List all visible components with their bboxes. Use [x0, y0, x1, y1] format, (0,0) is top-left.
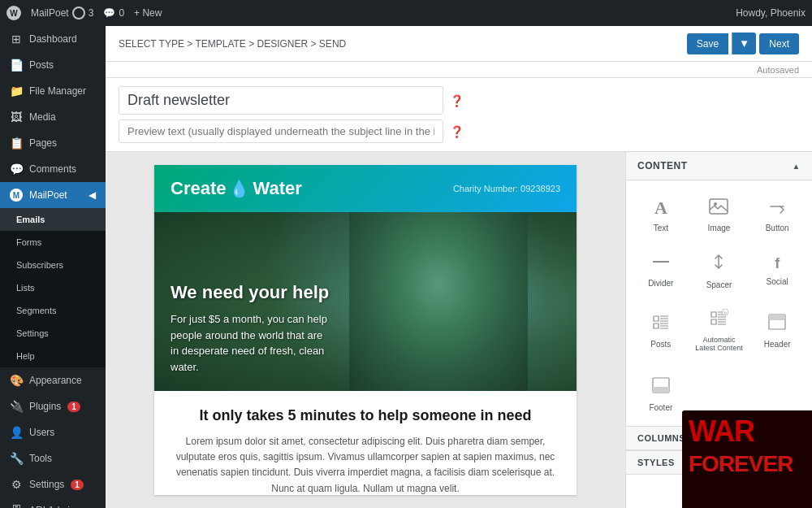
file-manager-icon: 📁 [10, 85, 23, 98]
svg-text:↻: ↻ [723, 310, 727, 315]
content-panel-header: CONTENT ▲ [626, 152, 812, 180]
subject-input[interactable] [119, 86, 443, 115]
site-name[interactable]: MailPoet 3 [31, 7, 93, 20]
sidebar-item-file-manager[interactable]: 📁 File Manager [0, 78, 106, 104]
plugins-icon: 🔌 [10, 400, 23, 413]
subject-help-icon[interactable]: ❓ [450, 94, 464, 107]
email-logo: Create 💧 Water [171, 178, 302, 199]
sidebar-item-label: Comments [29, 163, 76, 175]
sidebar-item-emails[interactable]: Emails [0, 208, 106, 231]
sidebar-settings-mp-label: Settings [16, 328, 49, 338]
sidebar-item-mailpoet[interactable]: M MailPoet ◀ [0, 182, 106, 208]
settings-icon: ⚙ [10, 478, 23, 491]
footer-block[interactable]: Footer [633, 366, 689, 419]
sidebar-item-comments[interactable]: 💬 Comments [0, 156, 106, 182]
posts-block[interactable]: Posts [633, 298, 689, 359]
button-block[interactable]: Button [749, 187, 806, 240]
comment-count: 0 [119, 7, 124, 19]
email-content-section: It only takes 5 minutes to help someone … [154, 391, 577, 508]
next-button[interactable]: Next [759, 33, 799, 54]
automatic-block-icon: ↻ [709, 309, 728, 331]
header-block-label: Header [764, 340, 791, 349]
plugins-badge: 1 [67, 402, 80, 412]
spacer-block-label: Spacer [706, 280, 732, 289]
comment-item[interactable]: 💬 0 [103, 7, 124, 19]
ari-icon: 🗄 [10, 504, 23, 508]
text-block-label: Text [654, 224, 668, 232]
image-block-label: Image [708, 224, 731, 232]
sidebar-item-forms[interactable]: Forms [0, 231, 106, 254]
social-block[interactable]: f Social [749, 241, 806, 297]
logo-text: Create [171, 178, 226, 199]
sidebar-item-lists[interactable]: Lists [0, 276, 106, 299]
sidebar-item-label: Dashboard [29, 33, 77, 45]
sidebar-item-settings-mp[interactable]: Settings [0, 322, 106, 345]
header-block-icon [767, 313, 787, 335]
sidebar-item-settings[interactable]: ⚙ Settings 1 [0, 471, 106, 497]
section-title: It only takes 5 minutes to help someone … [174, 407, 557, 424]
notif-count: 3 [89, 7, 94, 19]
sidebar-item-dashboard[interactable]: ⊞ Dashboard [0, 26, 106, 52]
spacer-block-icon [709, 252, 728, 276]
breadcrumb: SELECT TYPE > TEMPLATE > DESIGNER > SEND [119, 38, 346, 50]
email-fields: ❓ ❓ [106, 78, 812, 152]
sidebar-item-media[interactable]: 🖼 Media [0, 104, 106, 130]
footer-block-label: Footer [649, 403, 672, 412]
posts-block-label: Posts [650, 340, 671, 349]
preview-input[interactable] [119, 119, 443, 143]
sidebar-item-segments[interactable]: Segments [0, 299, 106, 322]
svg-rect-8 [653, 387, 669, 393]
sidebar-item-help[interactable]: Help [0, 345, 106, 367]
sidebar-item-label: Posts [29, 59, 54, 71]
autosaved-label: Autosaved [757, 65, 799, 75]
header-block[interactable]: Header [749, 298, 806, 359]
settings-badge: 1 [71, 480, 84, 490]
text-block[interactable]: A Text [633, 187, 689, 240]
posts-block-icon [651, 313, 671, 335]
sidebar-ari-label: ARI Adminer [29, 505, 84, 508]
content-blocks: A Text Image [626, 180, 812, 366]
wp-logo-item[interactable]: W [6, 6, 21, 20]
button-block-label: Button [766, 224, 789, 232]
header-actions: Save ▼ Next [687, 33, 799, 54]
sidebar-item-users[interactable]: 👤 Users [0, 419, 106, 445]
preview-help-icon[interactable]: ❓ [450, 125, 464, 138]
hero-body: For just $5 a month, you can help people… [171, 311, 333, 375]
image-block[interactable]: Image [691, 187, 748, 240]
pages-icon: 📋 [10, 137, 23, 150]
war-forever-overlay: WAR FOREVER [682, 410, 812, 508]
sidebar-item-pages[interactable]: 📋 Pages [0, 130, 106, 156]
sidebar-item-subscribers[interactable]: Subscribers [0, 254, 106, 276]
sidebar-segments-label: Segments [16, 306, 57, 315]
divider-block-label: Divider [648, 279, 673, 288]
sidebar-item-tools[interactable]: 🔧 Tools [0, 445, 106, 471]
sidebar-item-appearance[interactable]: 🎨 Appearance [0, 367, 106, 393]
users-icon: 👤 [10, 426, 23, 439]
sidebar-item-ari-adminer[interactable]: 🗄 ARI Adminer [0, 497, 106, 508]
sidebar: ⊞ Dashboard 📄 Posts 📁 File Manager 🖼 Med… [0, 26, 106, 508]
automatic-block[interactable]: ↻ Automatic Latest Content [691, 298, 748, 359]
new-item[interactable]: + New [134, 7, 162, 19]
mailpoet-icon: M [10, 189, 23, 202]
appearance-icon: 🎨 [10, 374, 23, 387]
divider-block-icon [651, 254, 671, 274]
email-container: Create 💧 Water Charity Number: 09238923 [154, 165, 577, 495]
divider-block[interactable]: Divider [633, 241, 689, 297]
sidebar-appearance-label: Appearance [29, 375, 82, 386]
content-chevron-icon[interactable]: ▲ [793, 162, 801, 171]
hero-text: We need your help For just $5 a month, y… [154, 266, 349, 391]
water-drop-icon: 💧 [229, 179, 249, 198]
save-dropdown-button[interactable]: ▼ [732, 33, 756, 54]
image-block-icon [709, 198, 728, 219]
section-body: Lorem ipsum dolor sit amet, consectetur … [174, 434, 557, 497]
admin-bar-circle-icon [72, 7, 85, 20]
arrow-icon: ◀ [89, 189, 96, 201]
sidebar-item-plugins[interactable]: 🔌 Plugins 1 [0, 393, 106, 419]
sidebar-item-posts[interactable]: 📄 Posts [0, 52, 106, 78]
automatic-block-label: Automatic Latest Content [695, 336, 744, 352]
spacer-block[interactable]: Spacer [691, 241, 748, 297]
save-button[interactable]: Save [687, 33, 728, 54]
designer-area: Create 💧 Water Charity Number: 09238923 [106, 152, 812, 508]
svg-rect-0 [710, 199, 728, 214]
content-area: SELECT TYPE > TEMPLATE > DESIGNER > SEND… [106, 26, 812, 508]
